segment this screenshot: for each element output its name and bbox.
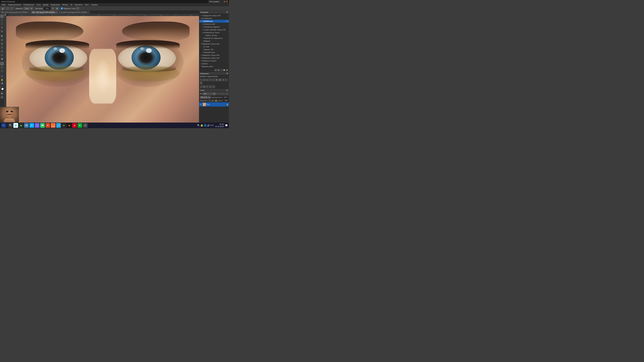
brush-shape-button[interactable]: ○: [6, 7, 10, 10]
corr-hsl[interactable]: ◧: [216, 78, 218, 81]
lock-position-btn[interactable]: ✋: [214, 100, 218, 102]
corr-vibrance[interactable]: ◻: [212, 78, 215, 81]
menu-image[interactable]: Изображение: [22, 3, 35, 6]
notification-btn[interactable]: 💬: [225, 124, 228, 127]
lock-image-btn[interactable]: 🖌: [212, 100, 214, 102]
tool-hand[interactable]: ✋: [0, 78, 4, 81]
tool-move[interactable]: ↖: [0, 14, 4, 18]
taskbar-icon-chrome[interactable]: 🌐: [13, 123, 18, 128]
corr-contrast[interactable]: ◑: [203, 78, 206, 81]
corr-curves[interactable]: ▲: [206, 78, 209, 81]
curve-editor-btn[interactable]: 〜: [76, 7, 80, 10]
layer-item-0[interactable]: 👁 Фон 🔒: [199, 102, 229, 107]
taskbar-icon-skype[interactable]: S: [30, 123, 34, 128]
tool-gradient[interactable]: ▣: [0, 57, 4, 60]
ops-item-17[interactable]: ✓ Сделать: [199, 62, 229, 65]
taskbar-icon-vk[interactable]: VK: [24, 123, 29, 128]
ops-item-16[interactable]: ✓ Размытие по Гауссу: [199, 59, 229, 62]
tray-search[interactable]: 🔍: [197, 124, 200, 127]
tool-shape[interactable]: △: [0, 74, 4, 78]
canvas-image[interactable]: [6, 16, 199, 125]
ops-item-12[interactable]: ✓ Непрозр.: 0%: [199, 48, 229, 51]
tray-network[interactable]: 🌐: [204, 124, 206, 127]
taskbar-icon-star[interactable]: ★: [62, 123, 66, 128]
layers-kind-select[interactable]: Тип: [203, 92, 216, 95]
tool-brush[interactable]: 🖌: [0, 42, 4, 45]
tool-screen-mode[interactable]: ⊞: [0, 95, 4, 99]
layers-icon-2[interactable]: ◻: [219, 92, 222, 95]
taskbar-icon-acrobat[interactable]: A: [72, 123, 77, 128]
taskbar-icon-app1[interactable]: ◆: [19, 123, 24, 128]
ops-item-0[interactable]: ✓ ▶ Определить текущ слой: [199, 14, 229, 17]
tool-clone[interactable]: ❏: [0, 46, 4, 49]
menu-select[interactable]: Выделение: [50, 3, 61, 6]
ops-item-11[interactable]: ✓ В: слой: [199, 45, 229, 48]
corr-brightness[interactable]: ☀: [200, 78, 202, 81]
tool-crop[interactable]: ⊡: [0, 29, 4, 33]
layers-icon-4[interactable]: ⊕: [226, 92, 228, 95]
exposure-slider-btn[interactable]: ▼: [51, 7, 55, 10]
protect-tones-checkbox[interactable]: Защитить тона: [61, 7, 75, 9]
corr-gradmap[interactable]: ⊞: [209, 85, 212, 88]
ops-item-15[interactable]: ✓ Определить текущ слой: [199, 56, 229, 59]
taskbar-icon-ppt[interactable]: P: [46, 123, 50, 128]
corr-invert[interactable]: ◻: [200, 85, 202, 88]
corr-photo[interactable]: ⬚: [225, 78, 228, 81]
taskbar-icon-settings[interactable]: ⚙: [83, 123, 88, 128]
ops-item-7[interactable]: ✓ Радиус: 30 пикс.: [199, 34, 229, 37]
menu-layers[interactable]: Слои: [36, 3, 42, 6]
tool-eraser[interactable]: ◻: [0, 53, 4, 57]
tab-1-close[interactable]: ✕: [55, 11, 56, 13]
menu-view[interactable]: Просмотр: [74, 3, 83, 6]
layers-icon-3[interactable]: ✦: [222, 92, 225, 95]
tray-volume[interactable]: 🔊: [207, 124, 210, 127]
brush-options-button[interactable]: ⋮: [10, 7, 14, 10]
corr-threshold[interactable]: ✦: [206, 85, 209, 88]
tab-0-close[interactable]: ✕: [28, 11, 30, 13]
brush-preset-button[interactable]: 🖌: [1, 7, 5, 10]
menu-3d[interactable]: 3D: [69, 3, 73, 6]
tab-1[interactable]: IMG_4822.jpg @ 100% (RGB/8) ✕: [31, 11, 58, 14]
taskbar-icon-search[interactable]: 🔍: [8, 123, 13, 128]
taskbar-icon-telegram[interactable]: ✈: [56, 123, 61, 128]
corr-posterize[interactable]: ◧: [203, 85, 206, 88]
ops-item-3[interactable]: ✓ ▶ Сделать слой: [199, 23, 229, 25]
taskbar-icon-whatsapp[interactable]: 💬: [40, 123, 45, 128]
tool-pen[interactable]: ✒: [0, 66, 4, 69]
menu-help[interactable]: Справка: [90, 3, 98, 6]
photo-preset-select[interactable]: Фотография: [209, 0, 226, 3]
tab-2[interactable]: YLA_5919 копия.jpg @ 48.4% (RGB/8) ✕: [58, 11, 90, 14]
ops-item-4[interactable]: ✓ Объединить видимые: [199, 25, 229, 28]
tool-selection[interactable]: ⬚: [0, 18, 4, 22]
taskbar-icon-firefox[interactable]: 🦊: [51, 123, 56, 128]
tray-notification[interactable]: 🔔: [200, 124, 203, 127]
corr-colbal[interactable]: ▦: [218, 78, 222, 81]
ops-item-9[interactable]: ✓ Медиана: [199, 39, 229, 42]
ops-item-8[interactable]: ✓ Размытие по поверхности: [199, 37, 229, 39]
ops-item-1[interactable]: ✓ ▶ FastRetouch: [199, 17, 229, 20]
menu-window[interactable]: Окно: [84, 3, 90, 6]
tool-eyedropper[interactable]: 🔍: [0, 34, 4, 38]
airbrush-toggle[interactable]: ◉: [55, 7, 59, 10]
ops-record-btn[interactable]: ●: [220, 69, 223, 71]
layers-opacity-input[interactable]: [223, 96, 228, 99]
ops-item-14[interactable]: ✓ Определить текущ слой: [199, 54, 229, 56]
protect-tones-check[interactable]: [61, 7, 63, 9]
ops-folder-btn[interactable]: 📁: [223, 69, 226, 71]
layers-icon-1[interactable]: T: [216, 92, 219, 95]
menu-file[interactable]: Файл: [1, 3, 7, 6]
layers-fill-input[interactable]: [224, 99, 229, 102]
taskbar-icon-viber[interactable]: V: [35, 123, 40, 128]
lang-indicator[interactable]: РУС: [210, 124, 214, 126]
tool-dodge[interactable]: ◯: [0, 62, 4, 65]
ops-item-13[interactable]: ✓ Внешний канал: [199, 51, 229, 54]
taskbar-icon-bonus[interactable]: ◉: [67, 123, 72, 128]
ops-play-btn[interactable]: ▶: [217, 69, 220, 71]
ops-item-5[interactable]: ✓ Создать дубликат текущ слой: [199, 28, 229, 31]
ops-menu-icon[interactable]: ☰: [226, 11, 228, 13]
ops-item-10[interactable]: ✓ Определить текущ слой: [199, 42, 229, 45]
shadow-select[interactable]: Тени: [24, 7, 33, 10]
ops-item-2[interactable]: ✓ ▼ FastRetouch #10: [199, 20, 229, 23]
tool-lasso[interactable]: ⌇: [0, 22, 4, 25]
correction-panel-menu[interactable]: ☰: [226, 72, 228, 74]
